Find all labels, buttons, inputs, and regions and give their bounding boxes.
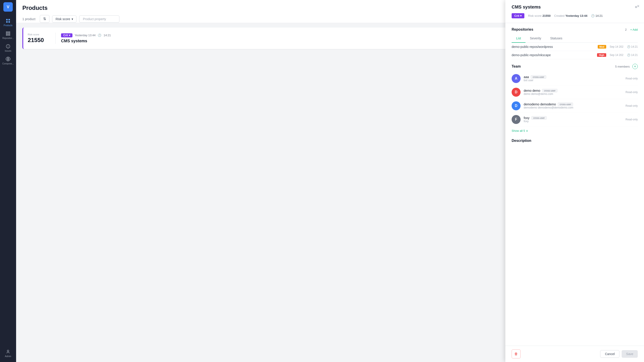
tab-list[interactable]: List [512, 34, 526, 43]
sidebar-item-label: Products [4, 24, 12, 27]
repo-right: High Sep 14 202 🕐 14:21 [597, 53, 638, 57]
member-name: foxy cross-user [524, 116, 626, 120]
time-meta: 🕐 14:21 [591, 14, 603, 18]
svg-point-6 [8, 47, 8, 47]
grid-icon [6, 18, 10, 23]
tab-severity[interactable]: Severity [526, 34, 546, 43]
member-name: demodemo demodemo cross-user [524, 103, 626, 106]
risk-score-label: Risk score [28, 33, 50, 36]
repositories-section: Repositories 2 + Add List Severity Statu… [505, 23, 644, 59]
description-title: Description [512, 135, 638, 145]
team-count: 5 members [615, 65, 630, 68]
product-date: Yesterday 13:44 [75, 34, 96, 37]
repo-time: 🕐 14:21 [627, 45, 638, 48]
time-value: 14:21 [596, 14, 603, 18]
severity-badge-med: Med [598, 45, 606, 49]
panel-tabs: List Severity Statuses [512, 34, 638, 43]
sidebar-item-admin[interactable]: Admin [0, 347, 16, 360]
repo-name: demo-public-repos/inkscape [512, 53, 551, 57]
risk-score-dropdown[interactable]: Risk score ▾ [52, 16, 76, 23]
add-repository-button[interactable]: + Add [630, 28, 638, 31]
delete-button[interactable]: 🗑 [512, 349, 520, 358]
product-info: Crit ▾ Yesterday 13:44 🕐 14:21 CMS syste… [61, 33, 564, 43]
show-all-label: Show all 5 [512, 129, 525, 132]
svg-point-11 [7, 350, 9, 352]
chevron-icon: ▾ [520, 14, 522, 18]
risk-score-section: Risk score 21550 [28, 33, 50, 44]
repo-item[interactable]: demo-public-repos/inkscape High Sep 14 2… [512, 51, 638, 59]
add-member-button[interactable]: + [632, 64, 638, 69]
created-label: Created [554, 14, 564, 18]
cross-user-badge: cross-user [558, 103, 573, 106]
risk-score-meta-label: Risk score [528, 14, 542, 18]
clock-icon: 🕐 [627, 54, 630, 57]
property-filter[interactable]: Product property [79, 16, 120, 23]
svg-rect-10 [7, 60, 9, 61]
app-logo: V [3, 2, 13, 12]
svg-rect-2 [6, 21, 8, 23]
member-subtitle: demo demo@demo.com [524, 92, 626, 96]
save-button[interactable]: Save [622, 350, 638, 358]
svg-rect-1 [8, 19, 10, 20]
product-name: CMS systems [61, 39, 564, 43]
svg-rect-0 [6, 19, 8, 20]
admin-icon [6, 349, 10, 354]
panel-title-row: CMS systems ✴ [512, 5, 638, 10]
member-permission: Read-only [626, 118, 638, 121]
cancel-button[interactable]: Cancel [600, 350, 620, 358]
repositories-header: Repositories 2 + Add [512, 23, 638, 34]
sidebar-item-label: Repositor... [2, 37, 14, 39]
repo-list: demo-public-repos/wordpress Med Sep 14 2… [512, 43, 638, 59]
panel-footer: 🗑 Cancel Save [505, 346, 644, 362]
panel-header: CMS systems ✴ Crit ▾ Risk score 21550 Cr… [505, 0, 644, 23]
panel-scroll: Repositories 2 + Add List Severity Statu… [505, 23, 644, 346]
issues-icon [6, 44, 10, 49]
member-avatar: A [512, 74, 520, 83]
sidebar-item-products[interactable]: Products [0, 16, 16, 29]
tab-statuses[interactable]: Statuses [546, 34, 567, 43]
chevron-down-icon: ▾ [72, 17, 73, 21]
product-time: 14:21 [104, 34, 111, 37]
footer-actions: Cancel Save [600, 350, 638, 358]
svg-rect-9 [7, 57, 9, 58]
team-title: Team [512, 65, 521, 69]
sort-icon: ⇅ [43, 17, 46, 21]
svg-rect-7 [6, 58, 8, 60]
member-permission: Read-only [626, 104, 638, 107]
sort-button[interactable]: ⇅ [40, 15, 50, 23]
sidebar-item-label: Admin [5, 355, 11, 357]
components-icon [6, 57, 10, 62]
risk-score-label: Risk score [56, 17, 70, 21]
repo-date: Sep 14 202 [610, 54, 624, 57]
member-name: aaa cross-user [524, 75, 626, 79]
clock-icon: 🕐 [627, 45, 630, 48]
sidebar-item-repositories[interactable]: Repositor... [0, 29, 16, 42]
team-header: Team 5 members + [512, 59, 638, 72]
description-section: Description [505, 135, 644, 145]
crit-label: Crit [514, 14, 519, 18]
repo-item[interactable]: demo-public-repos/wordpress Med Sep 14 2… [512, 43, 638, 51]
member-avatar: D [512, 101, 520, 110]
chevron-icon: ▾ [69, 34, 70, 37]
severity-badge-high: High [597, 53, 606, 57]
clock-icon: 🕐 [98, 34, 101, 37]
sidebar-item-label: Compone... [2, 63, 14, 65]
sidebar-item-components[interactable]: Compone... [0, 54, 16, 67]
sidebar: V Products Repositor... Issues Compone..… [0, 0, 16, 362]
team-member: A aaa cross-user bot user Read-only [512, 72, 638, 86]
close-button[interactable]: × [637, 4, 640, 9]
member-list: A aaa cross-user bot user Read-only D [512, 72, 638, 135]
crit-dropdown-button[interactable]: Crit ▾ [512, 13, 524, 18]
svg-rect-3 [8, 21, 10, 23]
trash-icon: 🗑 [514, 352, 518, 356]
risk-score-value: 21550 [28, 37, 50, 44]
cross-user-badge: cross-user [531, 116, 547, 120]
created-meta: Created Yesterday 13:44 [554, 14, 588, 18]
team-member: D demo demo cross-user demo demo@demo.co… [512, 86, 638, 99]
member-name: demo demo cross-user [524, 89, 626, 92]
sidebar-item-issues[interactable]: Issues [0, 42, 16, 54]
cross-user-badge: cross-user [531, 75, 546, 79]
sidebar-item-label: Issues [5, 50, 12, 52]
repositories-count: 2 [625, 28, 626, 31]
show-all-button[interactable]: Show all 5 ∨ [512, 126, 638, 135]
